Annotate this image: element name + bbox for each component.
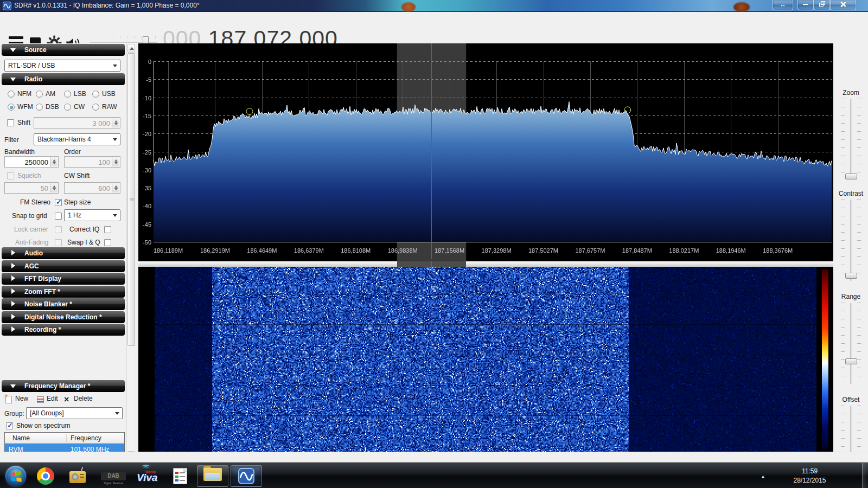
edit-entry-icon: [37, 396, 44, 403]
cw-shift-label: CW Shift: [64, 172, 90, 179]
scroll-up-icon[interactable]: [127, 44, 135, 53]
close-button[interactable]: [830, 0, 856, 10]
expand-arrow-icon: [11, 301, 15, 306]
panel-header-recording[interactable]: Recording *: [2, 324, 125, 336]
zoom-slider-thumb[interactable]: [845, 174, 857, 179]
waterfall-canvas[interactable]: [138, 267, 833, 452]
resize-window-button[interactable]: [773, 0, 793, 10]
fm-new-button[interactable]: New: [5, 395, 34, 406]
panel-header-noise-blanker[interactable]: Noise Blanker *: [2, 298, 125, 310]
expand-arrow-icon: [11, 314, 15, 319]
clock-time: 11:59: [776, 467, 844, 476]
spinner-buttons[interactable]: [50, 157, 58, 166]
expand-arrow-icon: [11, 326, 15, 332]
mode-label-usb: USB: [102, 90, 116, 98]
wallpaper-blob: [733, 2, 750, 12]
panel-header-digital-noise-reduction[interactable]: Digital Noise Reduction *: [2, 311, 125, 323]
panel-header-frequency-manager[interactable]: Frequency Manager *: [2, 380, 125, 392]
fft-spectrum-canvas[interactable]: [138, 43, 833, 261]
anti-fading-checkbox[interactable]: [55, 239, 62, 246]
filter-label: Filter: [4, 136, 19, 144]
mode-radio-usb[interactable]: [92, 91, 99, 98]
main-toolbar: 000.187.072.000: [0, 12, 868, 43]
panel-header-source[interactable]: Source: [2, 44, 125, 56]
step-size-dropdown[interactable]: 1 Hz: [64, 209, 120, 221]
mode-radio-nfm[interactable]: [8, 91, 15, 98]
mode-label-lsb: LSB: [74, 90, 86, 98]
bandwidth-input[interactable]: 250000: [4, 156, 59, 168]
mode-radio-dsb[interactable]: [36, 104, 43, 111]
squelch-checkbox[interactable]: [7, 172, 14, 179]
range-slider-track[interactable]: [850, 303, 852, 384]
order-input[interactable]: 100: [64, 156, 120, 168]
group-label: Group:: [4, 410, 24, 418]
contrast-slider-thumb[interactable]: [845, 273, 857, 279]
mode-radio-cw[interactable]: [64, 104, 71, 111]
shift-checkbox[interactable]: [7, 119, 14, 126]
zoom-slider-track[interactable]: [850, 99, 852, 180]
panel-title: Digital Noise Reduction *: [24, 313, 102, 321]
mode-radio-am[interactable]: [36, 91, 43, 98]
column-header-name[interactable]: Name: [12, 434, 30, 442]
explorer-taskbar-button[interactable]: [197, 465, 228, 487]
notes-icon[interactable]: [170, 466, 190, 486]
contrast-slider-track[interactable]: [850, 200, 852, 281]
radio-viva-icon[interactable]: Radio Viva: [135, 466, 158, 486]
radio-app-icon[interactable]: [69, 466, 89, 486]
restore-button[interactable]: [814, 0, 830, 10]
close-icon: [840, 1, 846, 8]
contrast-slider-label: Contrast: [834, 190, 868, 197]
fm-delete-button[interactable]: ×Delete: [64, 395, 97, 406]
panel-header-zoom-fft[interactable]: Zoom FFT *: [2, 286, 125, 298]
source-device-dropdown[interactable]: RTL-SDR / USB: [4, 60, 120, 72]
lock-carrier-checkbox[interactable]: [55, 226, 62, 233]
panel-header-audio[interactable]: Audio: [2, 247, 125, 259]
swap-iq-checkbox[interactable]: [104, 239, 111, 246]
chrome-icon[interactable]: [36, 466, 55, 486]
spectrum-waterfall-separator[interactable]: [138, 261, 833, 267]
mode-label-cw: CW: [74, 103, 85, 111]
display-settings-panel: ZoomContrastRangeOffset: [834, 43, 868, 463]
scrollbar-thumb[interactable]: [127, 53, 135, 346]
dab-icon[interactable]: DAB Digital Teracina: [101, 466, 126, 486]
start-button[interactable]: [5, 466, 26, 486]
panel-title: Noise Blanker *: [24, 300, 72, 308]
panel-header-fft-display[interactable]: FFT Display: [2, 273, 125, 285]
spinner-buttons[interactable]: [112, 157, 119, 166]
squelch-input[interactable]: 50: [4, 182, 59, 194]
shift-input[interactable]: 3 000: [34, 117, 120, 129]
tray-expand-icon[interactable]: ▲: [761, 474, 765, 479]
column-header-frequency[interactable]: Frequency: [71, 434, 101, 442]
show-desktop-button[interactable]: [862, 463, 868, 488]
mode-radio-lsb[interactable]: [64, 91, 71, 98]
correct-iq-checkbox[interactable]: [104, 226, 111, 233]
delete-entry-icon: ×: [64, 395, 69, 404]
panel-header-radio[interactable]: Radio: [2, 73, 125, 85]
frequency-table-header[interactable]: Name Frequency: [5, 433, 124, 444]
sidebar-scrollbar[interactable]: [126, 43, 135, 460]
snap-to-grid-checkbox[interactable]: [55, 213, 62, 220]
slider-tick-marks: [841, 200, 845, 281]
expand-arrow-icon: [11, 250, 15, 255]
filter-dropdown[interactable]: Blackman-Harris 4: [34, 133, 120, 145]
range-slider-label: Range: [834, 293, 868, 300]
sdrsharp-taskbar-button[interactable]: [231, 465, 262, 487]
mode-radio-raw[interactable]: [92, 104, 99, 111]
show-on-spectrum-checkbox[interactable]: [6, 422, 13, 429]
spinner-buttons[interactable]: [112, 183, 119, 192]
mode-radio-wfm[interactable]: [8, 104, 15, 111]
group-dropdown[interactable]: [All Groups]: [26, 407, 123, 419]
collapse-arrow-icon: [10, 384, 16, 388]
fm-stereo-checkbox[interactable]: [55, 199, 62, 206]
panel-header-agc[interactable]: AGC: [2, 260, 125, 272]
spinner-buttons[interactable]: [112, 118, 119, 127]
cw-shift-input[interactable]: 600: [64, 182, 120, 194]
lock-carrier-label: Lock carrier: [14, 226, 48, 233]
minimize-button[interactable]: [797, 0, 814, 10]
fm-edit-button[interactable]: Edit: [37, 395, 61, 406]
slider-tick-marks: [841, 99, 845, 180]
taskbar-clock[interactable]: 11:59 28/12/2015: [776, 467, 844, 485]
sdrsharp-icon: [238, 468, 254, 484]
spinner-buttons[interactable]: [50, 183, 58, 192]
range-slider-thumb[interactable]: [845, 358, 857, 364]
